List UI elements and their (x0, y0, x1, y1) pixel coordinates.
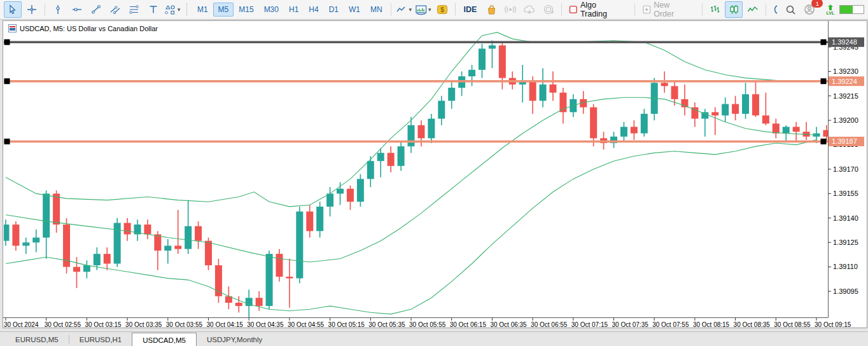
main-toolbar: ▾ M1 M5 M15 M30 H1 H4 D1 W1 MN ▾ ▾ $ IDE (0, 0, 868, 20)
candlestick-mode-button[interactable] (725, 1, 743, 18)
bars-chart-icon (710, 4, 720, 15)
horizontal-line-tool-button[interactable] (68, 1, 86, 18)
timeframe-d1-button[interactable]: D1 (324, 3, 344, 17)
tab-eurusd-m5[interactable]: EURUSD,M5 (5, 333, 69, 346)
fibonacci-tool-button[interactable] (125, 1, 143, 18)
chat-button[interactable] (770, 1, 780, 18)
svg-text:30 Oct 03:15: 30 Oct 03:15 (85, 321, 122, 328)
shapes-tool-button[interactable]: ▾ (164, 1, 181, 18)
chevron-down-icon: ▾ (409, 6, 412, 13)
cursor-tool-button[interactable] (4, 1, 22, 18)
svg-text:30 Oct 05:35: 30 Oct 05:35 (368, 321, 405, 328)
level-label: LVL (826, 11, 834, 15)
tab-eurusd-h1[interactable]: EURUSD,H1 (69, 333, 132, 346)
shapes-icon (165, 4, 176, 15)
indicators-button[interactable]: ▾ (395, 1, 413, 18)
tab-usdcad-m5[interactable]: USDCAD,M5 (132, 333, 197, 346)
chart-objects-button[interactable]: ▾ (414, 1, 432, 18)
svg-text:1.39224: 1.39224 (832, 78, 857, 85)
timeframe-m5-button[interactable]: M5 (213, 3, 234, 17)
connection-status-bar (839, 5, 864, 14)
search-button[interactable] (781, 1, 799, 18)
broadcast-icon (503, 4, 517, 15)
line-chart-icon (747, 4, 759, 15)
toolbar-separator (391, 3, 391, 16)
svg-text:30 Oct 04:15: 30 Oct 04:15 (207, 321, 244, 328)
deposit-button[interactable]: $ (433, 1, 451, 18)
chart-window[interactable]: 1.392451.392301.392151.392001.391851.391… (3, 20, 867, 328)
toolbar-separator (561, 3, 562, 16)
timeframe-mn-button[interactable]: MN (365, 3, 388, 17)
indicator-line-icon (396, 4, 407, 15)
shopping-bag-icon (486, 4, 497, 15)
text-tool-button[interactable] (144, 1, 162, 18)
trendline-icon (91, 4, 101, 15)
svg-text:30 Oct 06:15: 30 Oct 06:15 (450, 321, 487, 328)
channel-tool-button[interactable] (106, 1, 124, 18)
candlestick-icon (729, 4, 739, 15)
toolbar-separator (702, 3, 703, 16)
cursor-icon (8, 4, 18, 15)
svg-text:1.39155: 1.39155 (833, 190, 858, 197)
bar-chart-mode-button[interactable] (706, 1, 724, 18)
timeframe-m15-button[interactable]: M15 (234, 3, 258, 17)
timeframe-h1-button[interactable]: H1 (284, 3, 304, 17)
new-order-icon (642, 4, 651, 15)
market-button[interactable] (482, 1, 500, 18)
svg-text:1.39110: 1.39110 (833, 263, 858, 270)
new-order-button[interactable]: New Order (639, 1, 698, 18)
svg-text:30 Oct 02:55: 30 Oct 02:55 (45, 321, 81, 328)
timeframe-w1-button[interactable]: W1 (344, 3, 365, 17)
svg-text:30 Oct 03:55: 30 Oct 03:55 (166, 321, 203, 328)
community-button[interactable] (540, 1, 557, 18)
crosshair-tool-button[interactable] (23, 1, 41, 18)
timeframe-h4-button[interactable]: H4 (304, 3, 323, 17)
svg-text:30 Oct 07:35: 30 Oct 07:35 (612, 321, 649, 328)
chart-symbol-icon (8, 24, 17, 32)
line-chart-mode-button[interactable] (744, 1, 762, 18)
svg-text:1.39187: 1.39187 (832, 137, 857, 145)
cloud-button[interactable] (521, 1, 538, 18)
tab-usdjpy-monthly[interactable]: USDJPY,Monthly (197, 333, 272, 346)
chart-canvas[interactable]: 1.392451.392301.392151.392001.391851.391… (3, 21, 867, 328)
svg-text:30 Oct 04:35: 30 Oct 04:35 (247, 321, 284, 328)
ide-button[interactable]: IDE (464, 5, 477, 14)
chart-tabbar: EURUSD,M5 EURUSD,H1 USDCAD,M5 USDJPY,Mon… (0, 331, 868, 346)
fibonacci-icon (129, 4, 139, 15)
crosshair-icon (27, 4, 37, 15)
signals-button[interactable] (501, 1, 519, 18)
user-account-button[interactable]: 1 (801, 1, 818, 18)
timeframe-m1-button[interactable]: M1 (192, 3, 213, 17)
svg-text:30 Oct 08:55: 30 Oct 08:55 (774, 321, 811, 328)
toolbar-drag-handle[interactable] (186, 3, 188, 16)
toolbar-separator (634, 3, 635, 16)
svg-text:1.39215: 1.39215 (833, 92, 858, 100)
search-icon (785, 4, 796, 15)
svg-text:30 Oct 2024: 30 Oct 2024 (4, 321, 39, 328)
chat-bubble-arc-icon (772, 4, 778, 15)
mt5-window: ▾ M1 M5 M15 M30 H1 H4 D1 W1 MN ▾ ▾ $ IDE (0, 0, 868, 346)
chevron-down-icon: ▾ (178, 6, 181, 13)
trendline-tool-button[interactable] (87, 1, 105, 18)
chart-title-text: USDCAD, M5: US Dollar vs Canadian Dollar (20, 25, 158, 32)
svg-text:30 Oct 09:15: 30 Oct 09:15 (815, 321, 851, 328)
vertical-line-tool-button[interactable] (49, 1, 67, 18)
svg-text:30 Oct 04:55: 30 Oct 04:55 (288, 321, 325, 328)
toolbar-separator (45, 3, 45, 16)
new-order-label: New Order (654, 1, 690, 18)
level-indicator[interactable]: LVL (826, 4, 834, 15)
timeframe-m30-button[interactable]: M30 (259, 3, 284, 17)
algo-trading-button[interactable]: Algo Trading (566, 1, 630, 18)
svg-text:30 Oct 08:35: 30 Oct 08:35 (734, 321, 771, 328)
text-icon (148, 4, 158, 15)
svg-text:30 Oct 03:35: 30 Oct 03:35 (125, 321, 162, 328)
algo-trading-label: Algo Trading (580, 1, 624, 18)
horizontal-line-icon (72, 4, 82, 15)
cloud-icon (523, 4, 536, 15)
svg-text:30 Oct 05:55: 30 Oct 05:55 (409, 321, 446, 328)
svg-text:30 Oct 07:15: 30 Oct 07:15 (571, 321, 608, 328)
svg-text:1.39230: 1.39230 (833, 67, 858, 75)
toolbar-separator (455, 3, 456, 16)
svg-text:1.39125: 1.39125 (833, 239, 858, 246)
connection-status-fill (840, 6, 853, 13)
